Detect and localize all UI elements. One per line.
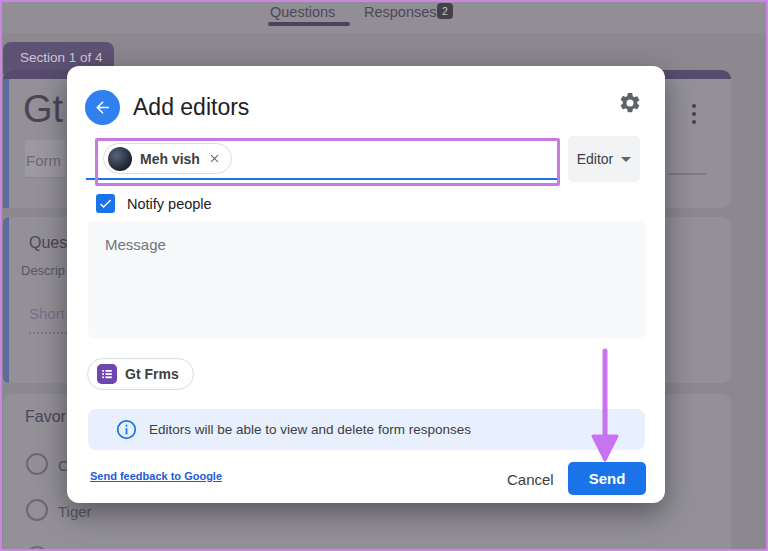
form-title-text: Gt: [23, 88, 63, 131]
add-editors-dialog: Add editors Meh vish Editor Notify peopl…: [67, 66, 665, 503]
active-tab-indicator: [268, 22, 350, 26]
recipient-name: Meh vish: [140, 151, 200, 167]
question-description-text: Descrip: [21, 263, 65, 278]
radio-option-2-label: Tiger: [58, 503, 92, 520]
notify-people-checkbox[interactable]: [96, 194, 115, 213]
tab-questions[interactable]: Questions: [270, 4, 335, 20]
cancel-button[interactable]: Cancel: [499, 464, 562, 494]
selected-card-indicator: [3, 79, 9, 208]
responses-count-badge: 2: [437, 3, 453, 19]
checkmark-icon: [98, 196, 113, 211]
remove-chip-icon[interactable]: [208, 152, 221, 165]
question-selected-indicator: [3, 217, 9, 383]
favorites-question-text: Favor: [25, 408, 66, 426]
role-dropdown[interactable]: Editor: [568, 136, 640, 182]
back-button[interactable]: [85, 90, 120, 125]
radio-option-2[interactable]: [26, 499, 48, 521]
forms-icon: [97, 364, 117, 384]
settings-button[interactable]: [618, 91, 642, 115]
question-title-text: Ques: [29, 234, 67, 252]
recipient-chip[interactable]: Meh vish: [103, 143, 232, 174]
info-banner-text: Editors will be able to view and delete …: [149, 422, 471, 437]
gear-icon: [618, 91, 642, 115]
notify-people-label: Notify people: [127, 196, 212, 212]
send-feedback-link[interactable]: Send feedback to Google: [90, 470, 222, 482]
sender-name: Gt Frms: [125, 366, 179, 382]
overflow-menu-icon[interactable]: [692, 104, 696, 124]
answer-dotted-line: [29, 320, 67, 334]
form-description-text: Form: [26, 152, 61, 169]
sender-chip[interactable]: Gt Frms: [87, 358, 194, 390]
avatar: [108, 147, 132, 171]
send-button[interactable]: Send: [568, 462, 646, 495]
chevron-down-icon: [621, 157, 631, 162]
role-value: Editor: [577, 151, 614, 167]
field-underline: [668, 173, 706, 175]
message-input[interactable]: [88, 221, 646, 338]
radio-option-1[interactable]: [26, 453, 48, 475]
screenshot-root: Questions Responses 2 Section 1 of 4 Gt …: [0, 0, 768, 551]
info-icon: [116, 419, 137, 440]
info-banner: Editors will be able to view and delete …: [88, 409, 645, 450]
tab-responses[interactable]: Responses: [364, 4, 437, 20]
arrow-left-icon: [93, 98, 112, 117]
dialog-title: Add editors: [133, 94, 249, 121]
